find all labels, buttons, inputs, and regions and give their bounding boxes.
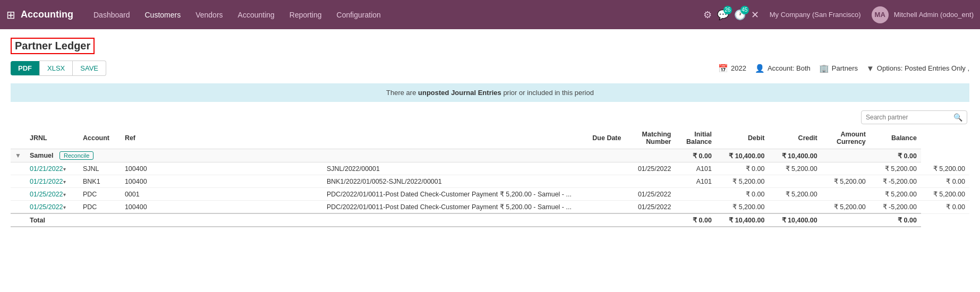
- filter-icon: ▼: [866, 64, 874, 73]
- row-jrnl-3: PDC: [79, 201, 121, 214]
- date-dropdown-icon[interactable]: ▾: [63, 192, 66, 197]
- date-dropdown-icon[interactable]: ▾: [63, 166, 66, 172]
- toolbar: PDF XLSX SAVE 📅 2022 👤 Account: Both 🏢 P…: [11, 61, 969, 76]
- account-filter-label: Account: Both: [768, 64, 811, 72]
- nav-accounting[interactable]: Accounting: [231, 7, 282, 22]
- row-debit-3: [769, 201, 821, 214]
- row-matching-0: A101: [675, 162, 716, 175]
- row-amount-currency-2: ₹ 5,200.00: [870, 188, 921, 201]
- date-dropdown-icon[interactable]: ▾: [63, 204, 66, 210]
- nav-configuration[interactable]: Configuration: [329, 7, 388, 22]
- col-header-account: Account: [79, 127, 121, 149]
- reconcile-button[interactable]: Reconcile: [59, 151, 93, 160]
- partner-credit: ₹ 10,400.00: [769, 149, 821, 162]
- col-header-amount-currency: AmountCurrency: [822, 127, 870, 149]
- row-account-1: 100400: [121, 175, 322, 188]
- row-jrnl-1: BNK1: [79, 175, 121, 188]
- save-button[interactable]: SAVE: [73, 61, 106, 76]
- row-ref-2: PDC/2022/01/0011-Post Dated Check-Custom…: [322, 188, 626, 201]
- total-label: Total: [25, 213, 625, 227]
- account-icon: 👤: [755, 64, 765, 73]
- options-filter[interactable]: ▼ Options: Posted Entries Only ,: [866, 64, 969, 73]
- row-expand: [11, 201, 25, 214]
- row-balance-3: ₹ 0.00: [921, 201, 969, 214]
- nav-customers[interactable]: Customers: [138, 7, 189, 22]
- user-avatar[interactable]: MA: [872, 6, 889, 23]
- options-filter-label: Options: Posted Entries Only ,: [877, 64, 969, 72]
- col-header-jrnl: JRNL: [25, 127, 79, 149]
- table-row: 01/25/2022▾ PDC 100400 PDC/2022/01/0011-…: [11, 201, 969, 214]
- row-account-3: 100400: [121, 201, 322, 214]
- year-filter[interactable]: 📅 2022: [718, 64, 746, 73]
- row-date-2[interactable]: 01/25/2022▾: [25, 188, 79, 201]
- row-jrnl-2: PDC: [79, 188, 121, 201]
- row-debit-0: ₹ 5,200.00: [769, 162, 821, 175]
- notice-highlight: unposted Journal Entries: [418, 89, 501, 97]
- total-initial-balance: ₹ 0.00: [675, 213, 716, 227]
- row-expand: [11, 175, 25, 188]
- row-amount-currency-1: ₹ -5,200.00: [870, 175, 921, 188]
- activity-icon[interactable]: 🕐 45: [734, 9, 746, 21]
- partner-expand-icon[interactable]: ▼: [11, 149, 25, 162]
- row-credit-0: [822, 162, 870, 175]
- row-matching-2: [675, 188, 716, 201]
- partner-amount-currency: [822, 149, 870, 162]
- page-body: Partner Ledger PDF XLSX SAVE 📅 2022 👤 Ac…: [0, 29, 980, 236]
- account-filter[interactable]: 👤 Account: Both: [755, 64, 811, 73]
- company-name: My Company (San Francisco): [764, 11, 866, 19]
- col-header-credit: Credit: [769, 127, 821, 149]
- row-credit-1: ₹ 5,200.00: [822, 175, 870, 188]
- row-expand: [11, 188, 25, 201]
- close-icon[interactable]: ✕: [751, 9, 759, 21]
- total-row: Total ₹ 0.00 ₹ 10,400.00 ₹ 10,400.00 ₹ 0…: [11, 213, 969, 227]
- row-date-1[interactable]: 01/21/2022▾: [25, 175, 79, 188]
- partner-name: Samuel: [30, 152, 53, 159]
- nav-dashboard[interactable]: Dashboard: [86, 7, 138, 22]
- xlsx-button[interactable]: XLSX: [39, 61, 73, 76]
- page-title: Partner Ledger: [11, 38, 95, 54]
- total-amount-currency: [822, 213, 870, 227]
- row-due-date-2: 01/25/2022: [625, 188, 675, 201]
- row-debit-2: ₹ 5,200.00: [769, 188, 821, 201]
- row-jrnl-0: SJNL: [79, 162, 121, 175]
- year-filter-label: 2022: [731, 64, 746, 72]
- notice-bar: There are unposted Journal Entries prior…: [11, 83, 969, 102]
- settings-icon[interactable]: ⚙: [703, 9, 712, 21]
- partners-icon: 🏢: [819, 64, 829, 73]
- ledger-table: JRNL Account Ref Due Date MatchingNumber…: [11, 127, 969, 227]
- notice-suffix: prior or included in this period: [501, 89, 594, 97]
- row-due-date-1: [625, 175, 675, 188]
- partner-row: ▼ Samuel Reconcile ₹ 0.00 ₹ 10,400.00 ₹ …: [11, 149, 969, 162]
- notice-prefix: There are: [386, 89, 418, 97]
- row-account-2: 0001: [121, 188, 322, 201]
- row-matching-3: [675, 201, 716, 214]
- top-navigation: ⊞ Accounting Dashboard Customers Vendors…: [0, 0, 980, 29]
- app-grid-icon[interactable]: ⊞: [6, 8, 15, 21]
- nav-vendors[interactable]: Vendors: [188, 7, 230, 22]
- col-header-matching: MatchingNumber: [625, 127, 675, 149]
- row-matching-1: A101: [675, 175, 716, 188]
- partners-filter-label: Partners: [832, 64, 858, 72]
- pdf-button[interactable]: PDF: [11, 61, 39, 75]
- messages-icon[interactable]: 💬 26: [717, 9, 729, 21]
- col-header-due-date: Due Date: [322, 127, 626, 149]
- search-box[interactable]: 🔍: [861, 110, 967, 124]
- activity-badge: 45: [740, 6, 749, 14]
- row-balance-2: ₹ 5,200.00: [921, 188, 969, 201]
- chevron-down-icon: ▼: [15, 152, 21, 159]
- row-date-3[interactable]: 01/25/2022▾: [25, 201, 79, 214]
- row-balance-1: ₹ 0.00: [921, 175, 969, 188]
- row-balance-0: ₹ 5,200.00: [921, 162, 969, 175]
- row-initial-balance-3: ₹ 5,200.00: [716, 201, 769, 214]
- partners-filter[interactable]: 🏢 Partners: [819, 64, 858, 73]
- partner-matching: [625, 149, 675, 162]
- user-name: Mitchell Admin (odoo_ent): [894, 11, 974, 19]
- nav-reporting[interactable]: Reporting: [282, 7, 329, 22]
- total-credit: ₹ 10,400.00: [769, 213, 821, 227]
- row-date-0[interactable]: 01/21/2022▾: [25, 162, 79, 175]
- search-input[interactable]: [866, 114, 951, 121]
- row-due-date-3: 01/25/2022: [625, 201, 675, 214]
- date-dropdown-icon[interactable]: ▾: [63, 179, 66, 185]
- table-header-row: JRNL Account Ref Due Date MatchingNumber…: [11, 127, 969, 149]
- col-header-balance: Balance: [870, 127, 921, 149]
